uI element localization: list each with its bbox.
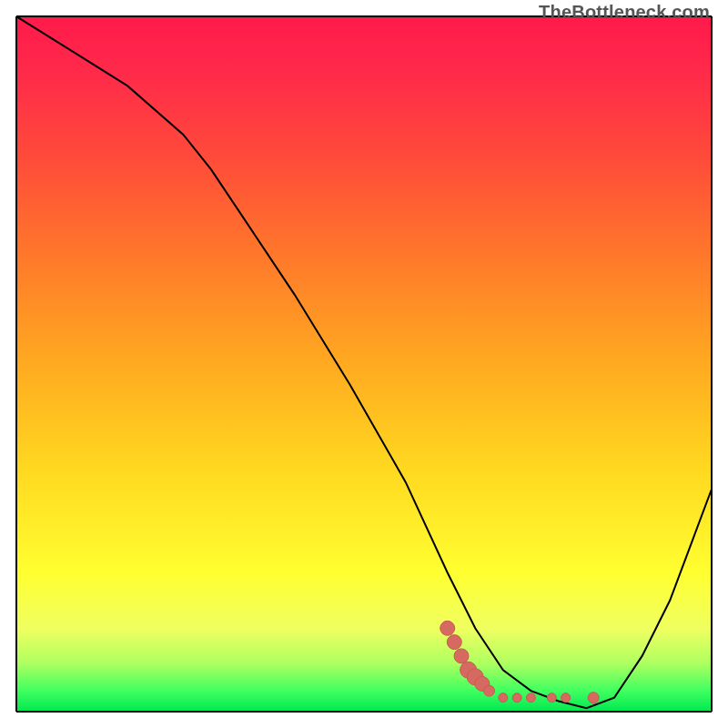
axis-right: [711, 16, 713, 712]
watermark-text: TheBottleneck.com: [539, 2, 710, 23]
axis-bottom: [16, 711, 712, 713]
axis-left: [15, 16, 17, 712]
chart-background: [16, 16, 712, 712]
